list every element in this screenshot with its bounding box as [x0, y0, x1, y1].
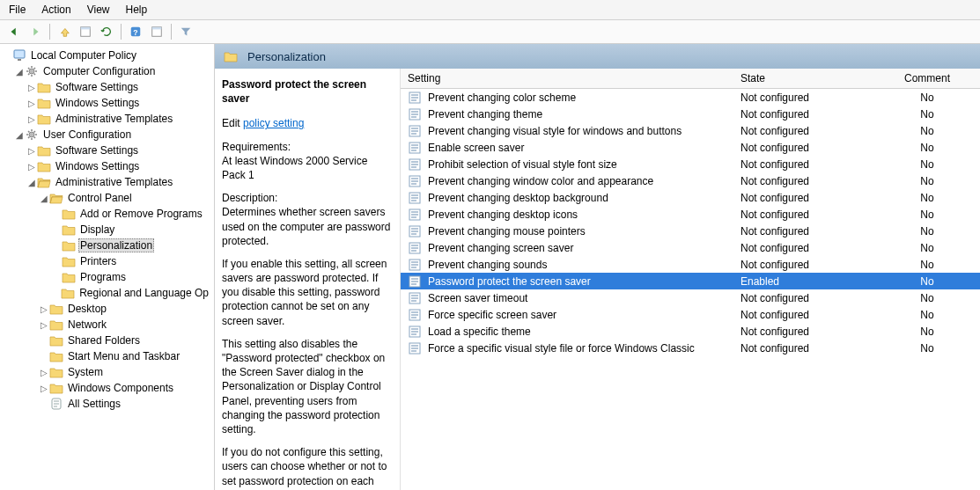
- setting-row[interactable]: Prevent changing themeNot configuredNo: [401, 106, 980, 122]
- setting-name: Prevent changing color scheme: [428, 91, 576, 104]
- show-hide-tree-button[interactable]: [77, 23, 94, 40]
- menu-action[interactable]: Action: [41, 4, 70, 16]
- column-headers[interactable]: Setting State Comment: [401, 69, 980, 89]
- setting-name: Prevent changing desktop icons: [428, 208, 578, 221]
- tree-system[interactable]: ▷System: [0, 364, 214, 380]
- col-setting[interactable]: Setting: [401, 69, 733, 89]
- setting-comment: No: [874, 122, 980, 139]
- tree-wincomp[interactable]: ▷Windows Components: [0, 380, 214, 396]
- setting-comment: No: [874, 306, 980, 323]
- expander-icon[interactable]: ◢: [14, 130, 25, 140]
- separator: [121, 24, 122, 40]
- tree-label: Computer Configuration: [41, 65, 157, 77]
- tree-cp-add-or-remove-programs[interactable]: Add or Remove Programs: [0, 206, 214, 222]
- requirements-label: Requirements:: [222, 141, 291, 153]
- expander-icon[interactable]: ▷: [39, 384, 49, 393]
- expander-icon[interactable]: ▷: [39, 304, 49, 314]
- setting-state: Not configured: [733, 156, 874, 172]
- edit-policy-link[interactable]: policy setting: [243, 117, 304, 129]
- tree-label: Desktop: [66, 303, 108, 315]
- expander-icon[interactable]: ▷: [26, 162, 37, 172]
- setting-row[interactable]: Force specific screen saverNot configure…: [401, 306, 980, 323]
- expander-icon[interactable]: ▷: [26, 146, 37, 156]
- description-label: Description:: [222, 192, 277, 204]
- tree-desktop[interactable]: ▷Desktop: [0, 301, 214, 317]
- setting-name: Password protect the screen saver: [428, 275, 591, 288]
- setting-state: Not configured: [733, 340, 874, 356]
- setting-row[interactable]: Force a specific visual style file or fo…: [401, 340, 980, 356]
- setting-row[interactable]: Password protect the screen saverEnabled…: [401, 273, 980, 289]
- tree-shared[interactable]: Shared Folders: [0, 333, 214, 348]
- col-state[interactable]: State: [733, 69, 874, 89]
- tree-allsettings[interactable]: All Settings: [0, 396, 214, 412]
- setting-row[interactable]: Prevent changing desktop backgroundNot c…: [401, 189, 980, 206]
- setting-row[interactable]: Prevent changing soundsNot configuredNo: [401, 256, 980, 273]
- edit-label: Edit: [222, 117, 243, 129]
- setting-row[interactable]: Prevent changing visual style for window…: [401, 122, 980, 139]
- description-p1: Determines whether screen savers used on…: [222, 206, 390, 246]
- setting-state: Not configured: [733, 106, 874, 122]
- tree-cp-regional-and-language-op[interactable]: Regional and Language Op: [0, 285, 214, 301]
- tree-cp-display[interactable]: Display: [0, 222, 214, 238]
- setting-row[interactable]: Prevent changing color schemeNot configu…: [401, 89, 980, 106]
- properties-button[interactable]: [148, 23, 166, 40]
- tree-label: Start Menu and Taskbar: [66, 350, 181, 362]
- toolbar: [0, 20, 980, 44]
- tree-cp-personalization[interactable]: Personalization: [0, 238, 214, 253]
- setting-name: Screen saver timeout: [428, 292, 527, 304]
- expander-icon[interactable]: ◢: [39, 194, 49, 203]
- setting-state: Not configured: [733, 139, 874, 156]
- tree-user-config[interactable]: ◢User Configuration: [0, 127, 214, 143]
- tree-label: Software Settings: [54, 81, 140, 93]
- menu-help[interactable]: Help: [126, 4, 148, 16]
- export-button[interactable]: [98, 23, 115, 40]
- tree-label: All Settings: [66, 398, 122, 410]
- tree-pane[interactable]: Local Computer Policy◢Computer Configura…: [0, 44, 215, 490]
- filter-button[interactable]: [177, 23, 195, 40]
- tree-label: System: [66, 366, 105, 378]
- forward-button[interactable]: [26, 23, 44, 40]
- setting-name: Enable screen saver: [428, 142, 524, 154]
- menu-view[interactable]: View: [87, 4, 110, 16]
- tree-cp-printers[interactable]: Printers: [0, 253, 214, 269]
- setting-row[interactable]: Prevent changing window color and appear…: [401, 172, 980, 189]
- expander-icon[interactable]: ◢: [14, 67, 25, 77]
- setting-name: Prevent changing sounds: [428, 259, 547, 271]
- setting-comment: No: [874, 89, 980, 106]
- setting-row[interactable]: Enable screen saverNot configuredNo: [401, 139, 980, 156]
- expander-icon[interactable]: ▷: [39, 320, 49, 330]
- setting-name: Prevent changing screen saver: [428, 242, 573, 254]
- expander-icon[interactable]: ◢: [26, 178, 37, 187]
- category-title: Personalization: [247, 50, 326, 63]
- setting-name: Load a specific theme: [428, 325, 531, 338]
- menu-file[interactable]: File: [9, 4, 26, 16]
- setting-row[interactable]: Prohibit selection of visual style font …: [401, 156, 980, 172]
- scroll-icon: [49, 397, 63, 411]
- setting-row[interactable]: Prevent changing mouse pointersNot confi…: [401, 223, 980, 239]
- tree-startmenu[interactable]: Start Menu and Taskbar: [0, 348, 214, 364]
- setting-comment: No: [874, 273, 980, 289]
- help-button[interactable]: [127, 23, 144, 40]
- main-area: Local Computer Policy◢Computer Configura…: [0, 44, 980, 490]
- tree-label: Shared Folders: [66, 334, 142, 347]
- up-button[interactable]: [55, 23, 73, 40]
- setting-comment: No: [874, 239, 980, 256]
- setting-comment: No: [874, 189, 980, 206]
- tree-label: Windows Settings: [54, 97, 141, 109]
- setting-name: Prevent changing theme: [428, 108, 542, 121]
- setting-state: Not configured: [733, 306, 874, 323]
- back-button[interactable]: [5, 23, 23, 40]
- settings-list[interactable]: Setting State Comment Prevent changing c…: [400, 69, 980, 490]
- tree-label: Administrative Templates: [54, 113, 174, 125]
- setting-row[interactable]: Prevent changing screen saverNot configu…: [401, 239, 980, 256]
- expander-icon[interactable]: ▷: [39, 368, 49, 377]
- col-comment[interactable]: Comment: [874, 69, 980, 89]
- tree-label: Personalization: [78, 238, 154, 252]
- tree-network[interactable]: ▷Network: [0, 317, 214, 333]
- setting-row[interactable]: Screen saver timeoutNot configuredNo: [401, 289, 980, 306]
- setting-row[interactable]: Prevent changing desktop iconsNot config…: [401, 206, 980, 223]
- tree-cp-programs[interactable]: Programs: [0, 269, 214, 285]
- setting-state: Not configured: [733, 189, 874, 206]
- setting-row[interactable]: Load a specific themeNot configuredNo: [401, 323, 980, 340]
- setting-state: Not configured: [733, 289, 874, 306]
